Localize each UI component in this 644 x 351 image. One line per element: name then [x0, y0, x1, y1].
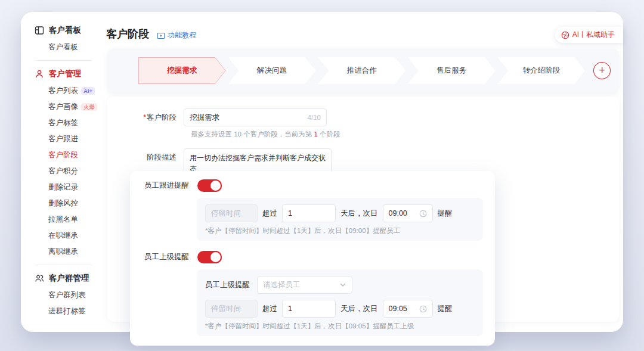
remind-label: 提醒 — [438, 304, 453, 314]
time-value: 09:05 — [389, 305, 407, 313]
supervisor-reminder-label: 员工上级提醒 — [144, 252, 189, 262]
app-window: 客户看板 客户看板 客户管理 客户列表 AI+ 客户画像 火爆 客户标签 客户跟… — [21, 12, 623, 332]
sidebar-section-kanban[interactable]: 客户看板 — [21, 21, 104, 39]
tutorial-icon — [157, 32, 165, 40]
stage-tab-solve-problems[interactable]: 解决问题 — [228, 57, 316, 84]
required-asterisk: * — [143, 113, 146, 122]
remind-label: 提醒 — [438, 209, 453, 219]
supervisor-reminder-helper: *客户【停留时间】时间超过【1天】后，次日【09:05】提醒员工上级 — [205, 322, 475, 331]
clock-icon — [419, 305, 427, 313]
supervisor-reminder-header: 员工上级提醒 — [144, 250, 483, 264]
staff-reminder-rule-row: 停留时间 超过 1 天后，次日 09:00 提醒 — [205, 204, 475, 222]
ai-assistant-label: AI丨私域助手 — [572, 30, 615, 40]
user-icon — [35, 69, 44, 79]
sidebar-item-label: 客户标签 — [48, 118, 78, 128]
sidebar-item-delete-records[interactable]: 删除记录 — [21, 179, 104, 195]
sidebar-section-customer-mgmt[interactable]: 客户管理 — [21, 65, 104, 83]
reminder-settings-card: 员工跟进提醒 停留时间 超过 1 天后，次日 09:00 提醒 *客户【停留时间… — [130, 171, 495, 346]
sidebar-section-label: 客户管理 — [49, 69, 81, 79]
supervisor-select[interactable]: 请选择员工 — [257, 276, 352, 294]
chevron-down-icon — [339, 281, 346, 288]
staff-reminder-label: 员工跟进提醒 — [144, 181, 189, 191]
stage-tab-label: 推进合作 — [347, 66, 377, 76]
ai-badge: AI+ — [81, 87, 95, 95]
sidebar-item-label: 客户看板 — [48, 42, 78, 52]
stay-time-input[interactable]: 停留时间 — [205, 300, 258, 318]
sidebar-divider — [35, 265, 92, 265]
stage-tab-label: 售后服务 — [436, 66, 466, 76]
stage-name-value: 挖掘需求 — [190, 113, 219, 123]
ai-assistant-button[interactable]: AI丨私域助手 — [555, 27, 623, 43]
sidebar-item-label: 拉黑名单 — [48, 215, 78, 225]
days-input[interactable]: 1 — [282, 204, 336, 222]
tutorial-link[interactable]: 功能教程 — [157, 30, 196, 41]
sidebar-item-group-list[interactable]: 客户群列表 — [21, 287, 104, 303]
sidebar-item-label: 客户积分 — [48, 166, 78, 176]
staff-reminder-toggle[interactable] — [197, 179, 222, 192]
staff-reminder-panel: 停留时间 超过 1 天后，次日 09:00 提醒 *客户【停留时间】时间超过【1… — [197, 198, 483, 241]
users-icon — [35, 274, 44, 283]
stage-name-row: *客户阶段 挖掘需求 4/10 — [107, 108, 619, 126]
sidebar-section-label: 客户群管理 — [49, 273, 89, 284]
ai-logo-icon — [561, 31, 569, 39]
stage-tab-label: 转介绍阶段 — [523, 66, 561, 76]
stage-desc-value: 用一切办法挖掘客户需求并判断客户成交状态 — [190, 154, 326, 173]
supervisor-reminder-panel: 员工上级提醒 请选择员工 停留时间 超过 1 天后，次日 09:05 — [197, 269, 483, 336]
sidebar-item-customer-points[interactable]: 客户积分 — [21, 163, 104, 179]
stage-tab-label: 挖掘需求 — [167, 66, 197, 76]
time-picker[interactable]: 09:00 — [383, 204, 433, 222]
sidebar-item-group-tag[interactable]: 进群打标签 — [21, 303, 104, 319]
sidebar-item-customer-list[interactable]: 客户列表 AI+ — [21, 83, 104, 99]
char-counter: 4/10 — [308, 114, 321, 121]
days-value: 1 — [288, 209, 292, 218]
sidebar-item-onjob-inherit[interactable]: 在职继承 — [21, 228, 104, 244]
stage-tab-after-sales[interactable]: 售后服务 — [408, 57, 496, 84]
supervisor-select-placeholder: 请选择员工 — [263, 280, 301, 290]
sidebar-section-group-mgmt[interactable]: 客户群管理 — [21, 269, 104, 287]
stage-name-label: *客户阶段 — [107, 108, 184, 126]
time-value: 09:00 — [389, 209, 407, 218]
stage-name-helper: 最多支持设置 10 个客户阶段，当前为第 1 个阶段 — [191, 130, 619, 139]
sidebar-item-label: 客户阶段 — [48, 150, 78, 160]
add-stage-button[interactable]: + — [593, 62, 611, 79]
sidebar-item-customer-followup[interactable]: 客户跟进 — [21, 131, 104, 147]
sidebar-item-label: 客户跟进 — [48, 134, 78, 144]
days-input[interactable]: 1 — [282, 300, 336, 318]
stage-tab-push-cooperation[interactable]: 推进合作 — [318, 57, 405, 84]
over-label: 超过 — [262, 209, 277, 219]
sidebar-item-kanban[interactable]: 客户看板 — [21, 39, 104, 55]
sidebar-item-label: 客户列表 — [48, 86, 78, 96]
supervisor-reminder-rule-row: 停留时间 超过 1 天后，次日 09:05 提醒 — [205, 300, 475, 318]
supervisor-select-row: 员工上级提醒 请选择员工 — [205, 276, 475, 294]
sidebar-item-customer-stage[interactable]: 客户阶段 — [21, 147, 104, 163]
stage-name-input[interactable]: 挖掘需求 4/10 — [184, 108, 327, 126]
page-title: 客户阶段 — [106, 27, 149, 41]
sidebar-item-resign-inherit[interactable]: 离职继承 — [21, 244, 104, 260]
clock-icon — [419, 210, 427, 218]
stage-tab-dig-needs[interactable]: 挖掘需求 — [138, 57, 226, 84]
stage-tab-referral[interactable]: 转介绍阶段 — [498, 57, 586, 84]
sidebar-item-label: 在职继承 — [48, 231, 78, 241]
sidebar-item-blacklist[interactable]: 拉黑名单 — [21, 212, 104, 228]
sidebar: 客户看板 客户看板 客户管理 客户列表 AI+ 客户画像 火爆 客户标签 客户跟… — [21, 12, 104, 332]
kanban-icon — [35, 26, 44, 35]
stage-tab-label: 解决问题 — [257, 66, 287, 76]
tutorial-link-label: 功能教程 — [168, 30, 196, 41]
staff-reminder-header: 员工跟进提醒 — [144, 178, 483, 192]
after-label: 天后，次日 — [340, 209, 378, 219]
sidebar-item-customer-profile[interactable]: 客户画像 火爆 — [21, 99, 104, 115]
stay-time-input[interactable]: 停留时间 — [205, 204, 258, 222]
sidebar-item-label: 进群打标签 — [48, 306, 86, 316]
over-label: 超过 — [262, 304, 277, 314]
sidebar-item-delete-risk[interactable]: 删除风控 — [21, 195, 104, 212]
sidebar-item-label: 离职继承 — [48, 247, 78, 257]
time-picker[interactable]: 09:05 — [383, 300, 433, 318]
days-value: 1 — [288, 305, 292, 313]
sidebar-item-label: 删除风控 — [48, 198, 78, 209]
sidebar-item-customer-tags[interactable]: 客户标签 — [21, 115, 104, 131]
sidebar-item-label: 客户群列表 — [48, 290, 86, 300]
sidebar-section-label: 客户看板 — [49, 25, 81, 36]
supervisor-reminder-toggle[interactable] — [197, 251, 222, 263]
stay-time-placeholder: 停留时间 — [211, 209, 241, 219]
toggle-knob — [209, 179, 222, 192]
